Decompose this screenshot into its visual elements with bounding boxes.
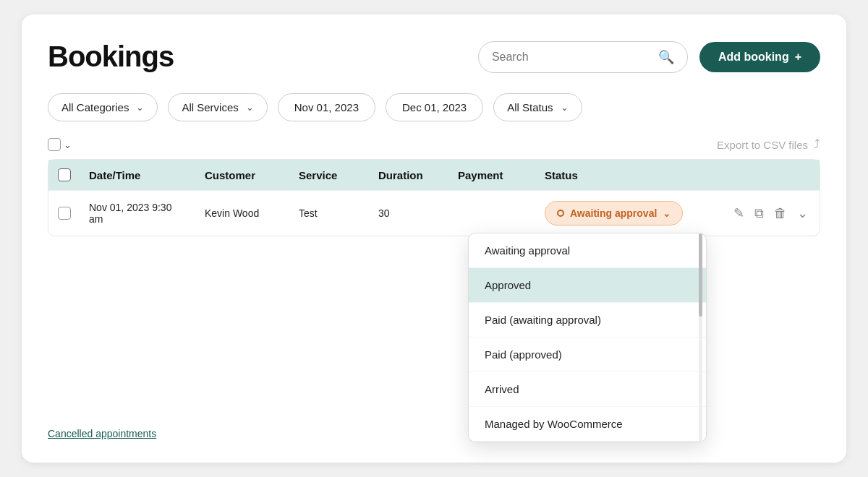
search-box[interactable]: 🔍 <box>478 41 688 73</box>
bookings-table: Date/Time Customer Service Duration Paym… <box>48 159 820 236</box>
row-checkbox-cell <box>48 207 80 220</box>
page-title: Bookings <box>48 40 174 73</box>
dropdown-option-approved[interactable]: Approved <box>469 268 706 303</box>
row-service: Test <box>290 207 370 219</box>
filters-row: All Categories ⌄ All Services ⌄ Nov 01, … <box>48 93 820 121</box>
status-dot-icon <box>557 210 564 217</box>
header-actions: 🔍 Add booking + <box>478 41 820 73</box>
select-all-area[interactable]: ⌄ <box>48 138 72 151</box>
row-customer: Kevin Wood <box>196 207 290 219</box>
services-chevron-icon: ⌄ <box>246 102 254 113</box>
export-label: Export to CSV files <box>717 139 808 151</box>
row-duration: 30 <box>370 207 449 219</box>
col-datetime: Date/Time <box>80 169 196 181</box>
delete-icon[interactable]: 🗑 <box>774 206 787 221</box>
header-checkbox-cell <box>48 168 80 181</box>
col-customer: Customer <box>196 169 290 181</box>
col-duration: Duration <box>370 169 449 181</box>
col-payment: Payment <box>449 169 536 181</box>
status-dropdown: Awaiting approval Approved Paid (awaitin… <box>468 233 707 442</box>
search-icon: 🔍 <box>658 49 674 65</box>
dropdown-option-woocommerce[interactable]: Managed by WooCommerce <box>469 407 706 442</box>
dropdown-option-paid-awaiting[interactable]: Paid (awaiting approval) <box>469 303 706 338</box>
page-header: Bookings 🔍 Add booking + <box>48 40 820 73</box>
status-chevron-icon: ⌄ <box>663 208 671 219</box>
col-status: Status <box>536 169 820 181</box>
categories-label: All Categories <box>61 101 129 113</box>
expand-row-icon[interactable]: ⌄ <box>797 205 808 221</box>
add-booking-label: Add booking <box>718 51 789 64</box>
row-checkbox[interactable] <box>58 207 71 220</box>
row-actions: ✎ ⧉ 🗑 ⌄ <box>733 205 808 221</box>
add-booking-button[interactable]: Add booking + <box>699 42 820 72</box>
export-csv-button[interactable]: Export to CSV files ⤴ <box>717 137 820 152</box>
bookings-card: Bookings 🔍 Add booking + All Categories … <box>22 14 846 463</box>
dropdown-option-paid-approved[interactable]: Paid (approved) <box>469 338 706 372</box>
table-header-row: Date/Time Customer Service Duration Paym… <box>48 160 820 190</box>
status-badge[interactable]: Awaiting approval ⌄ <box>545 201 683 225</box>
status-label: All Status <box>507 101 553 113</box>
select-chevron-icon[interactable]: ⌄ <box>64 139 72 150</box>
date-from-value: Nov 01, 2023 <box>294 101 359 113</box>
services-label: All Services <box>182 101 238 113</box>
dropdown-option-awaiting[interactable]: Awaiting approval <box>469 233 706 268</box>
table-row: Nov 01, 2023 9:30 am Kevin Wood Test 30 … <box>48 190 820 236</box>
date-from-filter[interactable]: Nov 01, 2023 <box>278 93 375 121</box>
scrollbar-thumb <box>699 233 702 317</box>
services-filter[interactable]: All Services ⌄ <box>168 93 267 121</box>
search-input[interactable] <box>492 51 651 64</box>
cancelled-appointments-link[interactable]: Cancelled appointments <box>48 428 156 439</box>
categories-filter[interactable]: All Categories ⌄ <box>48 93 158 121</box>
categories-chevron-icon: ⌄ <box>136 102 144 113</box>
plus-icon: + <box>795 51 801 64</box>
edit-icon[interactable]: ✎ <box>733 205 744 221</box>
select-all-checkbox[interactable] <box>48 138 61 151</box>
row-datetime: Nov 01, 2023 9:30 am <box>80 202 196 225</box>
export-icon: ⤴ <box>814 137 820 152</box>
date-to-filter[interactable]: Dec 01, 2023 <box>386 93 483 121</box>
toolbar-row: ⌄ Export to CSV files ⤴ <box>48 137 820 152</box>
status-chevron-icon: ⌄ <box>561 102 569 113</box>
status-filter[interactable]: All Status ⌄ <box>493 93 582 121</box>
dropdown-option-arrived[interactable]: Arrived <box>469 372 706 407</box>
copy-icon[interactable]: ⧉ <box>754 206 764 221</box>
col-service: Service <box>290 169 370 181</box>
status-badge-label: Awaiting approval <box>570 207 657 219</box>
header-checkbox[interactable] <box>58 168 71 181</box>
date-to-value: Dec 01, 2023 <box>402 101 467 113</box>
